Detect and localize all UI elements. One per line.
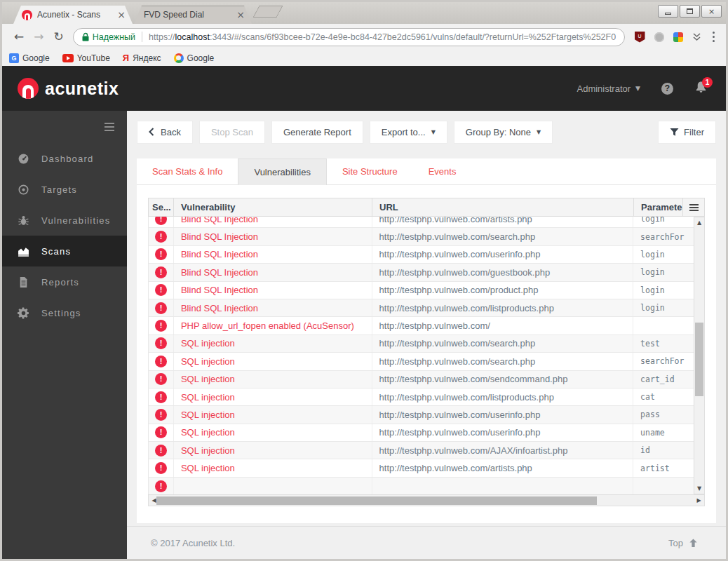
high-severity-icon: ! xyxy=(155,445,167,457)
browser-tab-fvd[interactable]: FVD Speed Dial × xyxy=(134,6,252,24)
vulnerability-cell[interactable]: Blind SQL Injection xyxy=(174,217,372,227)
vulnerability-cell[interactable]: Blind SQL Injection xyxy=(174,282,372,299)
stop-scan-button[interactable]: Stop Scan xyxy=(199,121,265,144)
help-icon[interactable]: ? xyxy=(661,83,673,95)
vulnerability-cell[interactable]: PHP allow_url_fopen enabled (AcuSensor) xyxy=(174,317,372,334)
bookmark-google-translate[interactable]: G Google xyxy=(9,53,50,63)
acunetix-logo-icon xyxy=(18,78,39,99)
vulnerability-cell[interactable]: SQL injection xyxy=(174,353,372,370)
arrow-up-icon xyxy=(689,539,698,548)
column-vulnerability[interactable]: Vulnerability xyxy=(174,198,372,216)
table-row[interactable]: ! SQL injection http://testphp.vulnweb.c… xyxy=(149,371,694,388)
tab-title: Acunetix - Scans xyxy=(37,10,113,20)
address-bar[interactable]: Надежный https://localhost:3443/#/scans/… xyxy=(73,28,625,46)
ublock-extension-icon[interactable]: U xyxy=(635,32,645,43)
column-severity[interactable]: Se... xyxy=(149,198,174,216)
tab-close-icon[interactable]: × xyxy=(117,11,126,19)
parameter-cell: pass xyxy=(633,406,694,423)
vulnerability-cell[interactable]: SQL injection xyxy=(174,335,372,352)
table-row[interactable]: ! xyxy=(149,478,694,494)
horizontal-scrollbar[interactable]: ◀ ▶ xyxy=(148,494,705,506)
scroll-to-top-link[interactable]: Top xyxy=(668,538,698,548)
vulnerability-cell[interactable]: SQL injection xyxy=(174,406,372,423)
sidebar-item-vulnerabilities[interactable]: Vulnerabilities xyxy=(2,205,127,236)
main-content: Back Stop Scan Generate Report Export to… xyxy=(127,111,726,559)
sidebar-item-settings[interactable]: Settings xyxy=(2,297,127,328)
vulnerability-cell[interactable]: SQL injection xyxy=(174,371,372,388)
reload-icon[interactable]: ↻ xyxy=(54,31,64,43)
table-row[interactable]: ! SQL injection http://testphp.vulnweb.c… xyxy=(149,442,694,459)
horizontal-scroll-thumb[interactable] xyxy=(156,496,597,505)
browser-menu-icon[interactable] xyxy=(713,32,715,43)
sidebar-item-scans[interactable]: Scans xyxy=(2,236,127,266)
table-row[interactable]: ! SQL injection http://testphp.vulnweb.c… xyxy=(149,353,694,370)
column-menu-button[interactable] xyxy=(683,198,704,216)
tab-site-structure[interactable]: Site Structure xyxy=(327,158,413,184)
scroll-right-arrow-icon[interactable]: ▶ xyxy=(694,495,704,506)
column-url[interactable]: URL xyxy=(372,198,634,216)
security-status[interactable]: Надежный xyxy=(93,32,135,42)
vulnerability-cell[interactable]: SQL injection xyxy=(174,442,372,459)
fvd-extension-icon[interactable] xyxy=(673,32,683,42)
new-tab-button[interactable] xyxy=(252,6,283,18)
tab-close-icon[interactable]: × xyxy=(236,11,245,19)
table-row[interactable]: ! SQL injection http://testphp.vulnweb.c… xyxy=(149,335,694,353)
parameter-cell: login xyxy=(633,299,694,316)
table-row[interactable]: ! SQL injection http://testphp.vulnweb.c… xyxy=(149,406,694,424)
vertical-scroll-thumb[interactable] xyxy=(695,323,703,396)
vulnerability-cell[interactable]: SQL injection xyxy=(174,388,372,405)
bookmark-yandex[interactable]: Я Яндекс xyxy=(123,53,161,63)
acunetix-logo: acunetix xyxy=(18,78,119,99)
parameter-cell: cat xyxy=(633,388,694,405)
sidebar-item-targets[interactable]: Targets xyxy=(2,174,127,205)
table-row[interactable]: ! SQL injection http://testphp.vulnweb.c… xyxy=(149,424,694,442)
tab-vulnerabilities[interactable]: Vulnerabilities xyxy=(238,158,326,185)
table-row[interactable]: ! Blind SQL Injection http://testphp.vul… xyxy=(149,246,694,264)
filter-button[interactable]: Filter xyxy=(658,121,716,144)
vulnerability-cell[interactable]: Blind SQL Injection xyxy=(174,246,372,263)
table-row[interactable]: ! Blind SQL Injection http://testphp.vul… xyxy=(149,282,694,299)
table-row[interactable]: ! Blind SQL Injection http://testphp.vul… xyxy=(149,228,694,245)
extensions-overflow-icon[interactable] xyxy=(692,32,701,41)
table-row[interactable]: ! Blind SQL Injection http://testphp.vul… xyxy=(149,264,694,281)
vulnerability-cell[interactable]: SQL injection xyxy=(174,424,372,441)
scroll-up-arrow-icon[interactable]: ▲ xyxy=(694,217,704,228)
forward-icon[interactable]: → xyxy=(34,31,43,43)
globe-extension-icon[interactable] xyxy=(654,32,664,42)
sidebar-toggle[interactable] xyxy=(2,111,127,143)
notifications-button[interactable]: 1 xyxy=(694,81,708,97)
column-parameter[interactable]: Parameter xyxy=(634,198,683,216)
chevron-down-icon: ▼ xyxy=(537,129,541,135)
table-row[interactable]: ! SQL injection http://testphp.vulnweb.c… xyxy=(149,388,694,406)
table-row[interactable]: ! Blind SQL Injection http://testphp.vul… xyxy=(149,217,694,228)
table-row[interactable]: ! PHP allow_url_fopen enabled (AcuSensor… xyxy=(149,317,694,334)
maximize-button[interactable] xyxy=(680,5,700,18)
high-severity-icon: ! xyxy=(155,373,167,385)
bookmark-youtube[interactable]: YouTube xyxy=(62,53,110,63)
generate-report-button[interactable]: Generate Report xyxy=(271,121,363,144)
sidebar-item-dashboard[interactable]: Dashboard xyxy=(2,143,127,174)
back-icon[interactable]: ← xyxy=(14,31,24,43)
table-row[interactable]: ! Blind SQL Injection http://testphp.vul… xyxy=(149,299,694,317)
tab-scan-stats[interactable]: Scan Stats & Info xyxy=(137,158,238,184)
user-menu[interactable]: Administrator ▼ xyxy=(577,83,641,94)
table-row[interactable]: ! SQL injection http://testphp.vulnweb.c… xyxy=(149,459,694,477)
vertical-scrollbar[interactable]: ▲ ▼ xyxy=(694,217,705,494)
tab-events[interactable]: Events xyxy=(413,158,472,184)
url-cell: http://testphp.vulnweb.com/artists.php xyxy=(372,459,634,476)
vulnerability-cell[interactable]: Blind SQL Injection xyxy=(174,228,372,245)
url-cell: http://testphp.vulnweb.com/userinfo.php xyxy=(372,406,634,423)
back-button[interactable]: Back xyxy=(137,121,193,144)
sidebar-item-reports[interactable]: Reports xyxy=(2,266,127,297)
scroll-down-arrow-icon[interactable]: ▼ xyxy=(694,483,704,494)
group-by-dropdown[interactable]: Group By: None ▼ xyxy=(454,121,553,144)
close-button[interactable]: × xyxy=(701,5,722,18)
vulnerability-cell[interactable]: Blind SQL Injection xyxy=(174,264,372,280)
vulnerability-cell[interactable] xyxy=(174,478,372,494)
browser-tab-acunetix[interactable]: Acunetix - Scans × xyxy=(13,6,133,24)
vulnerability-cell[interactable]: Blind SQL Injection xyxy=(174,299,372,316)
export-to-dropdown[interactable]: Export to... ▼ xyxy=(370,121,447,144)
minimize-button[interactable] xyxy=(658,5,678,18)
bookmark-google[interactable]: Google xyxy=(174,53,215,63)
vulnerability-cell[interactable]: SQL injection xyxy=(174,459,372,476)
